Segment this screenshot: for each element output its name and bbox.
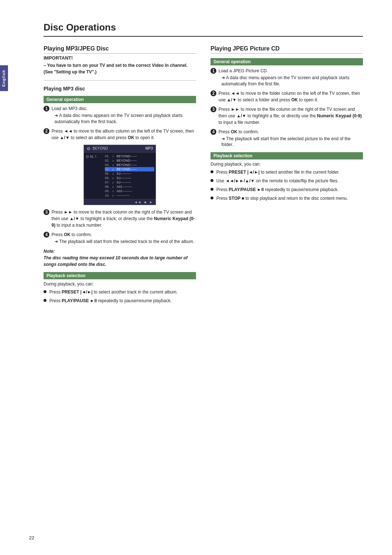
step-content-3: Press ►► to move to the track column on … (52, 209, 196, 228)
playback-text-1-left: Press PRESET |◄/►| to select another tra… (49, 289, 177, 295)
right-column: Playing JPEG Picture CD General operatio… (211, 45, 363, 306)
step-num-4-r: 4 (211, 129, 216, 135)
step-content-1-r: Load a JPEG Picture CD. ➜ A data disc me… (219, 68, 363, 87)
general-op-bar-left: General operation (44, 96, 196, 103)
step-num-3-r: 3 (211, 106, 216, 112)
step-content-4-r: Press OK to confirm. ➜ The playback will… (219, 129, 363, 148)
page-number: 22 (29, 535, 34, 540)
beyond-label: BEYOND (93, 146, 108, 150)
bullet-r-4 (211, 197, 213, 199)
step-num-1: 1 (44, 106, 49, 112)
step-num-3: 3 (44, 209, 49, 215)
bullet-r-2 (211, 179, 213, 182)
track-row-10: 10.♪------------ (105, 193, 154, 198)
screen-body: ⊡ 01. \ 01.♪BEYOND------ 02.♪BEYOND-----… (84, 153, 156, 199)
step-num-2-r: 2 (211, 90, 216, 96)
screen-left-col: ⊡ 01. \ (85, 154, 103, 198)
step-num-1-r: 1 (211, 68, 216, 74)
playback-bar-right: Playback selection (211, 152, 363, 159)
step-4-right: 4 Press OK to confirm. ➜ The playback wi… (211, 129, 363, 148)
step-1-right: 1 Load a JPEG Picture CD. ➜ A data disc … (211, 68, 363, 87)
footer-play: ► (149, 200, 153, 204)
playback-item-1-right: Press PRESET |◄/►| to select another fil… (211, 169, 363, 175)
playback-text-2-right: Use ◄◄/►►/▲/▼ on the remote to rotate/fl… (216, 178, 339, 184)
track-row-5: 05.♪SJ---------- (105, 171, 154, 176)
general-op-bar-right: General operation (211, 58, 363, 65)
track-row-7: 07.♪SJ---------- (105, 180, 154, 185)
step-3-left: 3 Press ►► to move to the track column o… (44, 209, 196, 228)
playback-item-4-right: Press STOP ■ to stop playback and return… (211, 195, 363, 202)
playback-item-3-right: Press PLAY/PAUSE ►II repeatedly to pause… (211, 186, 363, 193)
important-text: – You have to turn on your TV and set to… (44, 62, 196, 75)
step-1-arrow-r: ➜ A data disc menu appears on the TV scr… (219, 75, 363, 87)
screen-right-col: 01.♪BEYOND------ 02.♪BEYOND------ 03.♪BE… (105, 154, 154, 198)
step-content-2: Press ◄◄ to move to the album column on … (52, 128, 196, 141)
step-4-arrow: ➜ The playback will start from the selec… (52, 239, 196, 245)
mp3-disc-title: Playing MP3 disc (44, 86, 196, 92)
jpeg-section-title: Playing JPEG Picture CD (211, 45, 363, 54)
playback-bar-left: Playback selection (44, 272, 196, 279)
note-label: Note: (44, 249, 55, 254)
step-2-right: 2 Press ◄◄ to move to the folder column … (211, 90, 363, 103)
bullet-2 (44, 299, 46, 302)
step-1-arrow: ➜ A data disc menu appears on the TV scr… (52, 113, 196, 125)
bullet-r-1 (211, 170, 213, 173)
page-container: English Disc Operations Playing MP3/JPEG… (0, 0, 392, 555)
step-3-right: 3 Press ►► to move to the file column on… (211, 106, 363, 126)
left-column: Playing MP3/JPEG Disc IMPORTANT! – You h… (44, 45, 196, 306)
step-num-2: 2 (44, 128, 49, 134)
side-tab: English (0, 65, 8, 91)
playback-text-2-left: Press PLAY/PAUSE ►II repeatedly to pause… (49, 297, 172, 304)
track-row-6: 06.♪SJ---------- (105, 176, 154, 180)
track-row-2: 02.♪BEYOND------ (105, 158, 154, 163)
note-text: The disc reading time may exceed 10 seco… (44, 255, 188, 267)
step-1-left: 1 Load an MP3 disc. ➜ A data disc menu a… (44, 105, 196, 125)
screen-image: ⊙ BEYOND MP3 ⊡ 01. \ 01.♪BEYOND------ 02… (83, 145, 156, 205)
screen-footer: ◄◄ ■ ► (84, 199, 156, 205)
mp3-label: MP3 (145, 146, 153, 150)
page-title: Disc Operations (44, 22, 363, 37)
important-label: IMPORTANT! (44, 55, 196, 61)
playback-text-4-right: Press STOP ■ to stop playback and return… (216, 195, 348, 202)
bullet-1 (44, 290, 46, 293)
step-4-left: 4 Press OK to confirm. ➜ The playback wi… (44, 231, 196, 245)
disc-icon: ⊙ (87, 146, 90, 151)
step-content-2-r: Press ◄◄ to move to the folder column on… (219, 90, 363, 103)
playback-item-2-left: Press PLAY/PAUSE ►II repeatedly to pause… (44, 297, 196, 304)
playback-item-1-left: Press PRESET |◄/►| to select another tra… (44, 289, 196, 295)
playback-text-1-right: Press PRESET |◄/►| to select another fil… (216, 169, 339, 175)
track-row-1: 01.♪BEYOND------ (105, 154, 154, 158)
playback-intro-right: During playback, you can: (211, 162, 363, 167)
step-content-3-r: Press ►► to move to the file column on t… (219, 106, 363, 126)
step-content-1: Load an MP3 disc. ➜ A data disc menu app… (52, 105, 196, 125)
track-row-9: 09.♪A01--------- (105, 189, 154, 193)
divider (44, 80, 196, 81)
track-row-4-selected: 04.♪BEYOND------ (105, 167, 154, 171)
footer-rewind: ◄◄ (134, 200, 141, 204)
screen-header: ⊙ BEYOND MP3 (84, 145, 156, 153)
note-box: Note: The disc reading time may exceed 1… (44, 248, 196, 268)
step-num-4: 4 (44, 232, 49, 238)
two-column-layout: Playing MP3/JPEG Disc IMPORTANT! – You h… (44, 45, 363, 306)
mp3-jpeg-section-title: Playing MP3/JPEG Disc (44, 45, 196, 54)
step-content-4: Press OK to confirm. ➜ The playback will… (52, 231, 196, 245)
step-1-text: Load an MP3 disc. (52, 106, 87, 111)
playback-text-3-right: Press PLAY/PAUSE ►II repeatedly to pause… (216, 186, 339, 193)
playback-intro-left: During playback, you can: (44, 281, 196, 287)
footer-stop: ■ (144, 200, 146, 204)
step-2-left: 2 Press ◄◄ to move to the album column o… (44, 128, 196, 141)
track-row-3: 03.♪BEYOND------ (105, 163, 154, 167)
playback-item-2-right: Use ◄◄/►►/▲/▼ on the remote to rotate/fl… (211, 178, 363, 184)
step-4-arrow-r: ➜ The playback will start from the selec… (219, 136, 363, 148)
bullet-r-3 (211, 188, 213, 191)
track-row-8: 08.♪A01--------- (105, 185, 154, 189)
important-box: IMPORTANT! – You have to turn on your TV… (44, 55, 196, 75)
